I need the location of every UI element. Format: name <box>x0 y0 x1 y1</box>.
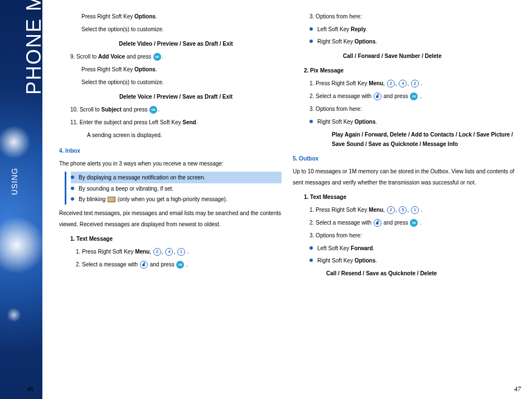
main-content: Press Right Soft Key Options. Select the… <box>42 0 532 399</box>
step-3: 3. Options from here: <box>309 11 515 22</box>
list-item: Right Soft Key Options. <box>309 255 515 266</box>
key-2-icon: 2 <box>387 206 395 214</box>
key-1-icon: 1 <box>411 206 419 214</box>
step-9: 9. Scroll to Add Voice and press OK. <box>70 51 282 62</box>
step-1: 1. Press Right Soft Key Menu, 2, 4, 2 . <box>309 78 515 89</box>
step-11: 11. Enter the subject and press Left Sof… <box>70 117 282 128</box>
ok-icon: OK <box>153 53 161 61</box>
page-number-right: 47 <box>514 385 521 393</box>
sidebar: PHONE MENUS USING <box>0 0 42 399</box>
list-item: By displaying a message notification on … <box>71 172 282 183</box>
text: Received text messages, pix messages and… <box>59 208 282 230</box>
step-2: 2. Select a message with and press OK . <box>309 91 515 102</box>
list-item: Right Soft Key Options. <box>309 116 515 128</box>
mail-icon <box>108 197 115 202</box>
key-2-icon: 2 <box>153 248 161 256</box>
ok-icon: OK <box>410 219 418 227</box>
options-list: Play Again / Forward, Delete / Add to Co… <box>332 130 515 149</box>
key-4-icon: 4 <box>399 80 407 87</box>
subsection-text-message: 1. Text Message <box>304 192 515 203</box>
text: Up to 10 messages or 1M memory can be st… <box>293 166 515 188</box>
options-list: Call / Forward / Save Number / Delete <box>343 51 515 62</box>
nav-icon <box>374 219 381 227</box>
key-4-icon: 4 <box>165 248 173 256</box>
nav-icon <box>374 93 381 100</box>
right-column: 3. Options from here: Left Soft Key Repl… <box>287 11 521 393</box>
step-3: 3. Options from here: <box>309 104 515 115</box>
sidebar-title: PHONE MENUS <box>22 0 42 95</box>
sidebar-subtitle: USING <box>10 168 19 195</box>
ok-icon: OK <box>410 93 418 100</box>
highlight-box: By displaying a message notification on … <box>65 172 282 205</box>
step-3: 3. Options from here: <box>309 230 515 241</box>
left-column: Press Right Soft Key Options. Select the… <box>54 11 287 393</box>
list-item: By sounding a beep or vibrating, if set. <box>71 183 282 194</box>
text: Select the option(s) to customize. <box>81 24 282 35</box>
nav-icon <box>140 261 148 269</box>
page-number-left: 46 <box>27 385 33 393</box>
options-list: Call / Resend / Save as Quicknote / Dele… <box>326 269 515 278</box>
step-1: 1. Press Right Soft Key Menu, 2, 4, 1 . <box>76 246 282 257</box>
list-item: Left Soft Key Forward. <box>309 243 515 254</box>
subsection-pix-message: 2. Pix Message <box>304 65 515 76</box>
text: Press Right Soft Key Options. <box>81 11 282 22</box>
step-2: 2. Select a message with and press OK . <box>309 217 515 228</box>
text: The phone alerts you in 3 ways when you … <box>59 158 282 169</box>
key-2-icon: 2 <box>411 80 419 87</box>
step-10: 10. Scroll to Subject and press OK. <box>70 104 282 115</box>
ok-icon: OK <box>149 106 157 114</box>
list-item: Left Soft Key Reply. <box>309 24 515 35</box>
section-inbox: 4. Inbox <box>59 145 282 157</box>
key-5-icon: 5 <box>399 206 407 214</box>
options-list: Delete Video / Preview / Save as Draft /… <box>81 38 270 50</box>
step-1: 1. Press Right Soft Key Menu, 2, 5, 1 . <box>309 205 515 216</box>
key-2-icon: 2 <box>387 80 395 87</box>
text: Press Right Soft Key Options. <box>81 64 282 75</box>
step-2: 2. Select a message with and press OK . <box>76 259 282 270</box>
text: A sending screen is displayed. <box>87 130 282 141</box>
ok-icon: OK <box>176 261 184 269</box>
key-1-icon: 1 <box>177 248 185 256</box>
subsection-text-message: 1. Text Message <box>70 233 282 245</box>
list-item: By blinking (only when you get a high-pr… <box>71 194 282 205</box>
text: Select the option(s) to customize. <box>81 77 282 88</box>
list-item: Right Soft Key Options. <box>309 36 515 47</box>
section-outbox: 5. Outbox <box>293 153 515 164</box>
options-list: Delete Voice / Preview / Save as Draft /… <box>81 91 270 103</box>
